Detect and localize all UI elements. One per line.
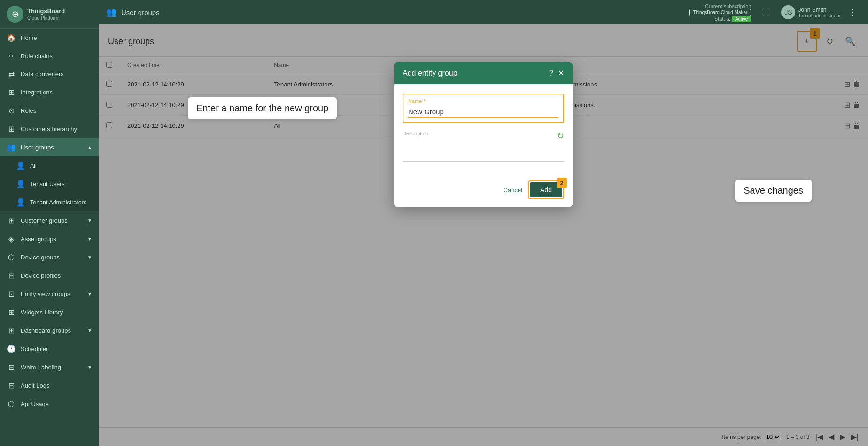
customer-groups-chevron: ▼ (87, 218, 92, 223)
dashboard-groups-icon: ⊞ (7, 326, 16, 335)
callout-enter-name: Enter a name for the new group (188, 97, 337, 119)
tenant-users-icon: 👤 (16, 180, 25, 188)
avatar: JS (781, 5, 795, 19)
device-groups-chevron: ▼ (87, 255, 92, 260)
sidebar-item-entity-view-groups[interactable]: ⊡ Entity view groups ▼ (0, 285, 99, 303)
device-groups-icon: ⬡ (7, 253, 16, 262)
sidebar-item-user-groups[interactable]: 👥 User groups ▲ (0, 138, 99, 156)
user-menu[interactable]: JS John Smith Tenant administrator ⋮ (781, 4, 860, 21)
user-name: John Smith (798, 7, 841, 13)
white-labeling-icon: ⊟ (7, 363, 16, 372)
add-entity-group-dialog: Add entity group ? ✕ Name * Description … (394, 62, 573, 207)
user-groups-submenu: 👤 All 👤 Tenant Users 👤 Tenant Administra… (0, 156, 99, 211)
content-area: User groups + 1 ↻ 🔍 Created time ↓ (99, 24, 868, 446)
dialog-close-button[interactable]: ✕ (558, 69, 564, 78)
sidebar-item-customers-hierarchy[interactable]: ⊞ Customers hierarchy (0, 120, 99, 138)
white-labeling-chevron: ▼ (87, 365, 92, 370)
sidebar-item-asset-groups[interactable]: ◈ Asset groups ▼ (0, 230, 99, 248)
sidebar-item-integrations[interactable]: ⊞ Integrations (0, 83, 99, 102)
status-badge: Active (732, 16, 751, 22)
home-icon: 🏠 (7, 33, 16, 42)
dialog-title: Add entity group (403, 69, 457, 78)
sidebar-item-dashboard-groups[interactable]: ⊞ Dashboard groups ▼ (0, 321, 99, 340)
description-input[interactable] (403, 138, 564, 162)
name-input[interactable] (408, 106, 558, 118)
customer-groups-icon: ⊞ (7, 216, 16, 225)
sidebar-item-white-labeling[interactable]: ⊟ White Labeling ▼ (0, 358, 99, 376)
dashboard-groups-chevron: ▼ (87, 328, 92, 333)
fullscreen-button[interactable]: ⛶ (758, 4, 775, 21)
roles-icon: ⊙ (7, 106, 16, 115)
main: 👥 User groups Current subscription Thing… (99, 0, 868, 446)
dialog-header: Add entity group ? ✕ (394, 62, 573, 84)
name-field: Name * (403, 94, 564, 123)
sidebar-item-device-profiles[interactable]: ⊟ Device profiles (0, 266, 99, 285)
sidebar-item-home[interactable]: 🏠 Home (0, 29, 99, 47)
asset-groups-icon: ◈ (7, 235, 16, 243)
entity-view-groups-chevron: ▼ (87, 291, 92, 297)
entity-view-groups-icon: ⊡ (7, 290, 16, 298)
dialog-footer: Cancel 2 Add (394, 176, 573, 207)
sidebar-logo: ⊕ ThingsBoard Cloud Platform (0, 0, 99, 29)
topbar-title: User groups (121, 8, 684, 16)
callout-save-changes: Save changes (735, 180, 812, 202)
dialog-overlay: Add entity group ? ✕ Name * Description … (99, 24, 868, 446)
dialog-help-button[interactable]: ? (549, 69, 553, 78)
dialog-header-actions: ? ✕ (549, 69, 564, 78)
cancel-button[interactable]: Cancel (504, 187, 522, 194)
user-groups-chevron: ▲ (87, 145, 92, 150)
widgets-library-icon: ⊞ (7, 308, 16, 317)
topbar-page-icon: 👥 (106, 7, 116, 17)
step-badge-2: 2 (557, 178, 567, 188)
sidebar-item-data-converters[interactable]: ⇄ Data converters (0, 65, 99, 83)
add-button-wrapper: 2 Add (530, 182, 562, 197)
sidebar-item-rule-chains[interactable]: ↔ Rule chains (0, 47, 99, 65)
more-menu-button[interactable]: ⋮ (844, 4, 860, 21)
sidebar-item-roles[interactable]: ⊙ Roles (0, 102, 99, 120)
integrations-icon: ⊞ (7, 88, 16, 97)
user-role: Tenant administrator (798, 13, 841, 18)
dialog-body: Name * Description ↻ (394, 84, 573, 176)
user-groups-icon: 👥 (7, 143, 16, 152)
name-label: Name * (408, 98, 558, 104)
scheduler-icon: 🕐 (7, 344, 16, 353)
sidebar-item-tenant-users[interactable]: 👤 Tenant Users (0, 175, 99, 193)
sidebar-item-tenant-administrators[interactable]: 👤 Tenant Administrators (0, 193, 99, 211)
app-sub: Cloud Platform (27, 16, 65, 21)
sidebar-item-audit-logs[interactable]: ⊟ Audit Logs (0, 376, 99, 395)
sidebar-item-device-groups[interactable]: ⬡ Device groups ▼ (0, 248, 99, 266)
description-field: Description ↻ (403, 131, 564, 164)
sidebar-item-api-usage[interactable]: ⬡ Api Usage (0, 395, 99, 413)
sidebar: ⊕ ThingsBoard Cloud Platform 🏠 Home ↔ Ru… (0, 0, 99, 446)
topbar-right: Current subscription ThingsBoard Cloud M… (689, 3, 860, 22)
logo-icon: ⊕ (7, 6, 23, 23)
sidebar-item-all[interactable]: 👤 All (0, 156, 99, 175)
api-usage-icon: ⬡ (7, 399, 16, 408)
all-icon: 👤 (16, 161, 25, 170)
sidebar-item-widgets-library[interactable]: ⊞ Widgets Library (0, 303, 99, 321)
add-button-highlight: 2 Add (528, 180, 564, 199)
sidebar-item-customer-groups[interactable]: ⊞ Customer groups ▼ (0, 211, 99, 230)
audit-logs-icon: ⊟ (7, 381, 16, 390)
sidebar-item-scheduler[interactable]: 🕐 Scheduler (0, 340, 99, 358)
tenant-administrators-icon: 👤 (16, 198, 25, 207)
subscription-badge: ThingsBoard Cloud Maker (689, 9, 751, 16)
customers-hierarchy-icon: ⊞ (7, 125, 16, 133)
data-converters-icon: ⇄ (7, 70, 16, 78)
rule-chains-icon: ↔ (7, 52, 16, 60)
description-label: Description (403, 131, 564, 136)
subscription-info: Current subscription ThingsBoard Cloud M… (689, 3, 751, 22)
asset-groups-chevron: ▼ (87, 236, 92, 242)
description-refresh-button[interactable]: ↻ (557, 131, 564, 141)
device-profiles-icon: ⊟ (7, 271, 16, 280)
app-name: ThingsBoard (27, 8, 65, 16)
topbar: 👥 User groups Current subscription Thing… (99, 0, 868, 24)
